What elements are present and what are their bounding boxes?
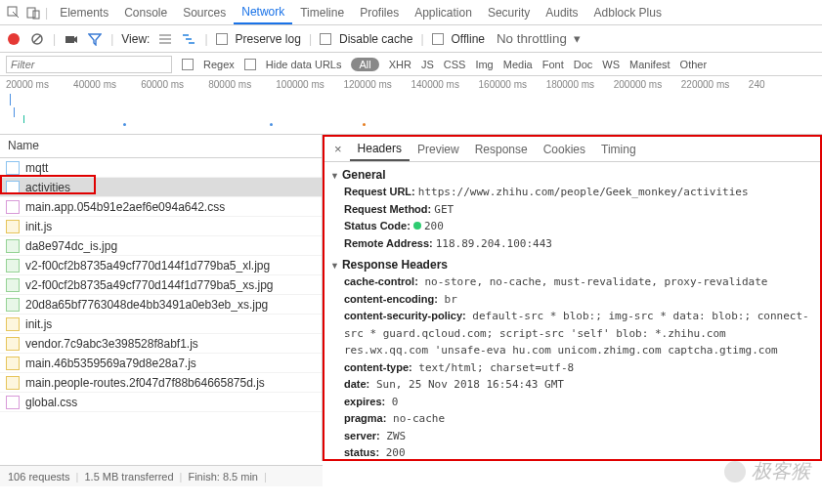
request-row[interactable]: init.js	[0, 315, 322, 334]
filter-all[interactable]: All	[351, 58, 378, 71]
request-name: main.people-routes.2f047d7f88b64665875d.…	[25, 376, 265, 390]
detail-tab-headers[interactable]: Headers	[350, 137, 410, 161]
svg-rect-11	[189, 42, 195, 44]
detail-tab-timing[interactable]: Timing	[593, 138, 644, 161]
tab-sources[interactable]: Sources	[175, 1, 234, 24]
request-name: mqtt	[25, 161, 48, 175]
response-header-row: content-security-policy: default-src * b…	[330, 308, 814, 359]
detail-tab-preview[interactable]: Preview	[410, 138, 467, 161]
timeline[interactable]: 20000 ms40000 ms60000 ms80000 ms100000 m…	[0, 76, 822, 135]
request-row[interactable]: activities	[0, 178, 322, 197]
close-icon[interactable]: ×	[328, 142, 348, 156]
filter-doc[interactable]: Doc	[574, 59, 593, 70]
request-row[interactable]: main.people-routes.2f047d7f88b64665875d.…	[0, 373, 322, 393]
disable-cache-checkbox[interactable]	[320, 33, 331, 45]
file-icon	[6, 200, 20, 214]
file-icon	[6, 317, 20, 331]
request-name: init.js	[25, 220, 52, 233]
regex-label: Regex	[203, 59, 235, 70]
request-name: v2-f00cf2b8735a49cf770d144f1d779ba5_xl.j…	[25, 259, 270, 273]
svg-rect-10	[186, 38, 192, 40]
hide-data-checkbox[interactable]	[244, 59, 256, 70]
inspect-icon[interactable]	[6, 5, 22, 21]
filter-xhr[interactable]: XHR	[389, 59, 411, 70]
filter-icon[interactable]	[87, 31, 103, 47]
response-header-row: date: Sun, 25 Nov 2018 16:54:43 GMT	[330, 376, 814, 394]
status-code: 200	[424, 220, 444, 232]
file-icon	[6, 239, 20, 253]
svg-line-4	[33, 35, 41, 43]
regex-checkbox[interactable]	[182, 59, 194, 70]
request-name: activities	[25, 181, 70, 194]
detail-tab-cookies[interactable]: Cookies	[536, 138, 593, 161]
request-row[interactable]: init.js	[0, 217, 322, 236]
view-waterfall-icon[interactable]	[181, 31, 196, 47]
request-name: global.css	[25, 396, 77, 409]
request-name: v2-f00cf2b8735a49cf770d144f1d779ba5_xs.j…	[25, 278, 274, 292]
filter-input[interactable]	[6, 56, 172, 73]
filter-ws[interactable]: WS	[602, 59, 620, 70]
tab-network[interactable]: Network	[234, 0, 292, 24]
offline-checkbox[interactable]	[432, 33, 444, 45]
tab-security[interactable]: Security	[480, 1, 538, 24]
detail-tab-response[interactable]: Response	[467, 138, 536, 161]
request-row[interactable]: da8e974dc_is.jpg	[0, 236, 322, 256]
response-header-row: cache-control: no-store, no-cache, must-…	[330, 273, 814, 291]
file-icon	[6, 376, 20, 390]
request-row[interactable]: main.app.054b91e2aef6e094a642.css	[0, 197, 322, 217]
filter-js[interactable]: JS	[421, 59, 434, 70]
filter-media[interactable]: Media	[503, 59, 533, 70]
clear-icon[interactable]	[29, 31, 45, 47]
file-icon	[6, 298, 20, 312]
file-icon	[6, 161, 20, 175]
request-row[interactable]: v2-f00cf2b8735a49cf770d144f1d779ba5_xl.j…	[0, 256, 322, 275]
filter-manifest[interactable]: Manifest	[629, 59, 671, 70]
tab-profiles[interactable]: Profiles	[352, 1, 407, 24]
file-icon	[6, 278, 20, 292]
status-icon	[413, 222, 421, 230]
tab-timeline[interactable]: Timeline	[292, 1, 352, 24]
request-row[interactable]: global.css	[0, 393, 322, 412]
section-general[interactable]: General	[330, 166, 814, 184]
tab-elements[interactable]: Elements	[52, 1, 116, 24]
file-icon	[6, 337, 20, 351]
device-icon[interactable]	[25, 5, 41, 21]
filter-img[interactable]: Img	[475, 59, 493, 70]
request-row[interactable]: 20d8a65bf7763048de4bb3491a0eb3eb_xs.jpg	[0, 295, 322, 315]
request-row[interactable]: main.46b5359569a79d8e28a7.js	[0, 354, 322, 373]
request-row[interactable]: vendor.7c9abc3e398528f8abf1.js	[0, 334, 322, 354]
request-row[interactable]: mqtt	[0, 158, 322, 178]
name-column-header[interactable]: Name	[0, 135, 322, 158]
filter-font[interactable]: Font	[542, 59, 564, 70]
hide-data-label: Hide data URLs	[266, 59, 342, 70]
svg-rect-9	[183, 34, 189, 36]
tab-audits[interactable]: Audits	[538, 1, 585, 24]
camera-icon[interactable]	[64, 31, 79, 47]
view-list-icon[interactable]	[157, 31, 173, 47]
tab-adblock-plus[interactable]: Adblock Plus	[586, 1, 670, 24]
throttling-select[interactable]: No throttling ▾	[493, 29, 584, 48]
svg-rect-5	[65, 36, 74, 43]
disable-cache-label: Disable cache	[339, 32, 412, 46]
request-name: da8e974dc_is.jpg	[25, 239, 117, 253]
record-icon[interactable]	[6, 31, 22, 47]
svg-rect-1	[27, 8, 35, 18]
request-name: main.46b5359569a79d8e28a7.js	[25, 357, 196, 370]
tab-application[interactable]: Application	[407, 1, 480, 24]
filter-css[interactable]: CSS	[444, 59, 466, 70]
response-header-row: content-encoding: br	[330, 291, 814, 309]
file-icon	[6, 220, 20, 233]
request-name: main.app.054b91e2aef6e094a642.css	[25, 200, 225, 214]
file-icon	[6, 259, 20, 273]
section-response-headers[interactable]: Response Headers	[330, 256, 814, 273]
filter-other[interactable]: Other	[680, 59, 708, 70]
file-icon	[6, 357, 20, 370]
view-label: View:	[121, 32, 150, 46]
offline-label: Offline	[452, 32, 485, 46]
tab-console[interactable]: Console	[116, 1, 175, 24]
preserve-log-checkbox[interactable]	[216, 33, 228, 45]
response-header-row: expires: 0	[330, 394, 814, 411]
detail-pane: × HeadersPreviewResponseCookiesTiming Ge…	[323, 135, 822, 461]
request-name: init.js	[25, 317, 52, 331]
request-row[interactable]: v2-f00cf2b8735a49cf770d144f1d779ba5_xs.j…	[0, 275, 322, 295]
